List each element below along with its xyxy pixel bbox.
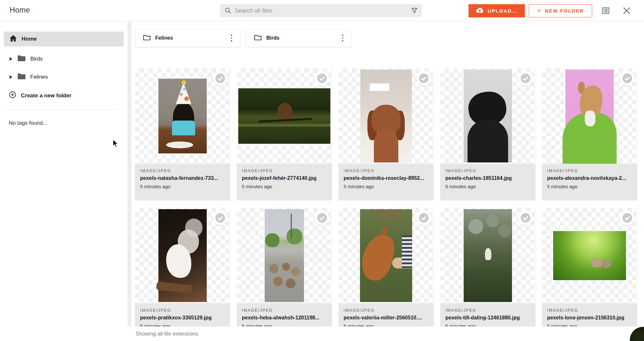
sidebar: Home Birds Felines Create a new folder N… (0, 22, 128, 341)
cloud-upload-icon (476, 7, 484, 15)
check-circle-icon[interactable] (518, 210, 533, 225)
file-name: pexels-alexandra-novitskaya-2... (547, 175, 632, 181)
sidebar-right-rule (128, 22, 131, 326)
file-card[interactable]: IMAGE/JPEG pexels-alexandra-novitskaya-2… (542, 68, 637, 200)
file-name: pexels-natasha-fernandez-733... (140, 175, 225, 181)
close-icon[interactable] (622, 6, 631, 16)
file-name: pexels-lone-jensen-2156310.jpg (547, 315, 632, 321)
check-circle-icon[interactable] (213, 71, 228, 86)
file-type: IMAGE/JPEG (547, 308, 632, 313)
check-circle-icon[interactable] (620, 71, 635, 86)
folder-name: Felines (155, 35, 224, 41)
file-name: pexels-dominika-roseclay-8952... (344, 175, 429, 181)
file-thumbnail (440, 68, 535, 164)
file-name: pexels-valeriia-miller-2560510.... (344, 315, 429, 321)
file-card[interactable]: IMAGE/JPEG pexels-till-daling-12461880.j… (440, 208, 535, 340)
search-icon (224, 7, 232, 15)
file-meta: IMAGE/JPEG pexels-jozef-fehér-2774140.jp… (237, 164, 332, 200)
status-bar: Showing all file extensions. (128, 326, 644, 341)
main-content: Felines Birds IMAGE/JPEG pexe (131, 22, 644, 341)
plus-icon: + (537, 7, 542, 15)
search-input[interactable] (235, 4, 396, 17)
check-circle-icon[interactable] (315, 210, 329, 225)
file-type: IMAGE/JPEG (140, 169, 225, 173)
file-time: 5 minutes ago (445, 184, 530, 189)
file-name: pexels-jozef-fehér-2774140.jpg (242, 175, 327, 181)
file-name: pexels-heba-alwahsh-1201198... (242, 315, 327, 321)
kebab-menu-icon[interactable] (340, 33, 346, 44)
list-view-icon[interactable] (601, 6, 611, 16)
upload-button[interactable]: UPLOAD... (469, 4, 525, 17)
status-text: Showing all file extensions. (136, 331, 199, 337)
new-folder-button[interactable]: + NEW FOLDER (529, 4, 592, 17)
file-card[interactable]: IMAGE/JPEG pexels-jozef-fehér-2774140.jp… (237, 68, 332, 200)
sidebar-item-label: Birds (30, 56, 43, 62)
check-circle-icon[interactable] (416, 210, 431, 225)
no-tags-message: No tags found... (9, 120, 128, 126)
file-card[interactable]: IMAGE/JPEG pexels-heba-alwahsh-1201198..… (237, 208, 332, 340)
search-box[interactable] (220, 4, 422, 17)
check-circle-icon[interactable] (416, 71, 431, 86)
file-thumbnail (338, 208, 434, 303)
file-thumbnail (135, 208, 230, 303)
file-name: pexels-till-daling-12461880.jpg (445, 315, 530, 321)
file-card[interactable]: IMAGE/JPEG pexels-natasha-fernandez-733.… (135, 68, 230, 200)
file-grid: IMAGE/JPEG pexels-natasha-fernandez-733.… (135, 68, 644, 340)
page-title: Home (10, 6, 30, 15)
file-thumbnail (542, 208, 637, 303)
sidebar-item-label: Home (22, 36, 37, 42)
folder-icon (17, 73, 26, 81)
file-card[interactable]: IMAGE/JPEG pexels-valeriia-miller-256051… (338, 208, 434, 340)
file-time: 5 minutes ago (547, 184, 632, 189)
folder-name: Birds (266, 35, 336, 41)
file-meta: IMAGE/JPEG pexels-charles-1851164.jpg 5 … (440, 164, 535, 200)
file-thumbnail (237, 208, 332, 303)
sidebar-item-birds[interactable]: Birds (10, 54, 128, 64)
file-type: IMAGE/JPEG (445, 308, 530, 313)
new-folder-button-label: NEW FOLDER (545, 8, 584, 14)
caret-right-icon[interactable] (10, 75, 12, 79)
top-bar: Home UPLOAD... + NEW FOLDER (0, 0, 644, 21)
check-circle-icon[interactable] (620, 210, 635, 225)
file-type: IMAGE/JPEG (547, 169, 632, 173)
create-new-folder-button[interactable]: Create a new folder (9, 91, 128, 100)
check-circle-icon[interactable] (518, 71, 533, 86)
caret-right-icon[interactable] (10, 57, 12, 61)
file-card[interactable]: IMAGE/JPEG pexels-dominika-roseclay-8952… (338, 68, 434, 200)
file-thumbnail (135, 68, 230, 164)
file-type: IMAGE/JPEG (344, 308, 429, 313)
file-thumbnail (440, 208, 535, 303)
upload-button-label: UPLOAD... (488, 8, 518, 14)
sidebar-item-label: Felines (30, 74, 48, 80)
file-meta: IMAGE/JPEG pexels-dominika-roseclay-8952… (338, 164, 434, 200)
file-thumbnail (237, 68, 332, 164)
sidebar-divider (6, 109, 120, 110)
folder-card-felines[interactable]: Felines (135, 29, 240, 47)
file-card[interactable]: IMAGE/JPEG pexels-lone-jensen-2156310.jp… (542, 208, 637, 340)
plus-circle-icon (9, 91, 16, 100)
file-time: 5 minutes ago (344, 184, 429, 189)
kebab-menu-icon[interactable] (229, 33, 234, 44)
file-thumbnail (542, 68, 637, 164)
folder-card-birds[interactable]: Birds (246, 29, 351, 47)
file-card[interactable]: IMAGE/JPEG pexels-charles-1851164.jpg 5 … (440, 68, 535, 200)
folder-outline-icon (143, 34, 151, 42)
sidebar-item-home[interactable]: Home (4, 32, 124, 46)
sidebar-item-felines[interactable]: Felines (10, 72, 128, 83)
check-circle-icon[interactable] (315, 71, 329, 86)
file-type: IMAGE/JPEG (140, 308, 225, 313)
file-thumbnail (338, 68, 434, 164)
file-time: 5 minutes ago (242, 184, 327, 189)
folder-icon (17, 55, 26, 63)
folder-chip-row: Felines Birds (135, 29, 644, 47)
create-folder-label: Create a new folder (21, 93, 71, 99)
file-meta: IMAGE/JPEG pexels-natasha-fernandez-733.… (135, 164, 230, 200)
file-card[interactable]: IMAGE/JPEG pexels-pratikxox-3365129.jpg … (135, 208, 230, 340)
file-name: pexels-pratikxox-3365129.jpg (140, 315, 225, 321)
check-circle-icon[interactable] (213, 210, 228, 225)
folder-outline-icon (254, 34, 262, 42)
filter-funnel-icon[interactable] (411, 7, 418, 15)
home-icon (9, 35, 17, 44)
file-type: IMAGE/JPEG (344, 169, 429, 173)
file-type: IMAGE/JPEG (445, 169, 530, 173)
